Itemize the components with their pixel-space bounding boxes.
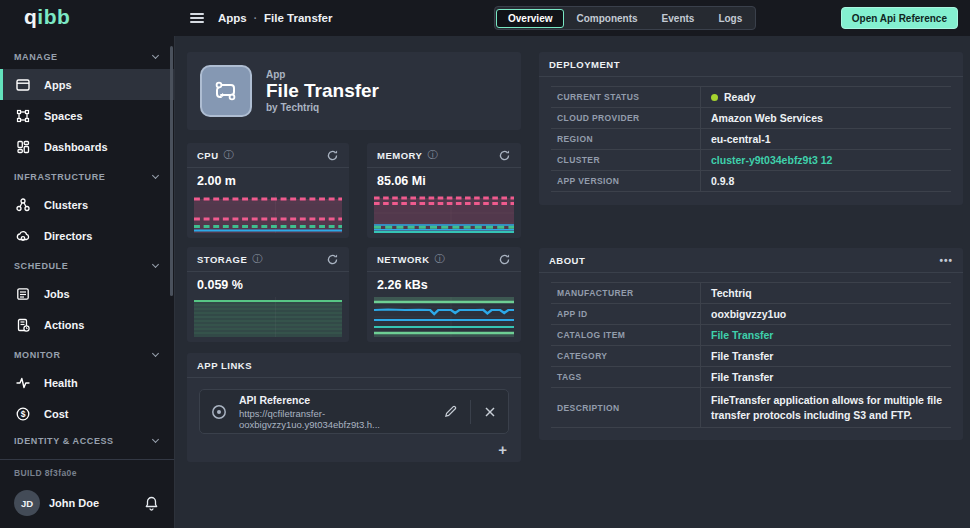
- qibb-logo[interactable]: qibb: [24, 5, 70, 29]
- breadcrumb: Apps · File Transfer: [218, 0, 332, 36]
- network-sparkline-chart: [374, 297, 514, 337]
- memory-title: MEMORY: [377, 150, 422, 161]
- directors-icon: [15, 228, 31, 244]
- app-links-title: APP LINKS: [197, 360, 252, 371]
- table-row: REGION eu-central-1: [551, 129, 951, 150]
- app-kicker: App: [266, 69, 379, 80]
- sidebar-item-dashboards[interactable]: Dashboards: [0, 131, 174, 162]
- main-content: App File Transfer by Techtriq CPUⓘ 2.00 …: [174, 36, 970, 528]
- dashboards-icon: [15, 139, 31, 155]
- cost-icon: $: [15, 406, 31, 422]
- cpu-value: 2.00 m: [197, 174, 236, 188]
- table-row: MANUFACTURER Techtriq: [551, 283, 951, 304]
- user-row: JD John Doe: [0, 484, 174, 528]
- hamburger-menu-icon[interactable]: [190, 17, 204, 19]
- deployment-table: CURRENT STATUS Ready CLOUD PROVIDER Amaz…: [551, 86, 951, 192]
- link-actions-divider: [470, 400, 471, 424]
- table-row: APP VERSION 0.9.8: [551, 171, 951, 192]
- sidebar-item-directors[interactable]: Directors: [0, 220, 174, 251]
- breadcrumb-apps[interactable]: Apps: [218, 12, 247, 24]
- chevron-down-icon: [152, 436, 159, 443]
- info-icon[interactable]: ⓘ: [427, 148, 438, 162]
- refresh-icon[interactable]: [498, 253, 511, 266]
- cluster-link[interactable]: cluster-y9t034ebfz9t3 12: [701, 151, 951, 169]
- chevron-down-icon: [152, 172, 159, 179]
- cpu-sparkline-chart: [194, 193, 342, 233]
- table-row: CLOUD PROVIDER Amazon Web Services: [551, 108, 951, 129]
- sidebar-item-apps[interactable]: Apps: [0, 69, 174, 100]
- breadcrumb-separator: ·: [254, 13, 257, 24]
- link-target-icon: [210, 403, 228, 421]
- info-icon[interactable]: ⓘ: [224, 148, 235, 162]
- status-dot: [711, 94, 718, 101]
- notifications-bell-icon[interactable]: [143, 495, 160, 512]
- open-api-reference-button[interactable]: Open Api Reference: [841, 7, 958, 29]
- user-name: John Doe: [49, 497, 99, 509]
- actions-icon: [15, 317, 31, 333]
- file-transfer-app-icon: [200, 65, 252, 117]
- chevron-down-icon: [152, 261, 159, 268]
- app-link-row[interactable]: API Reference https://qcfiletransfer-oox…: [199, 389, 509, 434]
- refresh-icon[interactable]: [326, 253, 339, 266]
- tab-components[interactable]: Components: [564, 9, 649, 28]
- deployment-title: DEPLOYMENT: [549, 59, 620, 70]
- page-title: File Transfer: [266, 80, 379, 102]
- sidebar-item-clusters[interactable]: Clusters: [0, 189, 174, 220]
- avatar[interactable]: JD: [14, 490, 40, 516]
- memory-sparkline-chart: [374, 193, 514, 233]
- chevron-down-icon: [152, 52, 159, 59]
- status-badge: Ready: [724, 91, 756, 103]
- storage-value: 0.059 %: [197, 278, 243, 292]
- app-links-card: APP LINKS API Reference https://qcfiletr…: [187, 353, 521, 462]
- delete-link-button[interactable]: [482, 404, 498, 420]
- more-options-icon[interactable]: •••: [939, 255, 953, 266]
- build-label: BUILD 8f3fa0e: [0, 466, 174, 484]
- chevron-down-icon: [152, 350, 159, 357]
- svg-text:$: $: [21, 409, 26, 419]
- sidebar-item-spaces[interactable]: Spaces: [0, 100, 174, 131]
- sidebar-item-cost[interactable]: $ Cost: [0, 398, 174, 429]
- breadcrumb-file-transfer: File Transfer: [264, 12, 332, 24]
- sidebar: MANAGE Apps Spaces Dashboards INFRASTRUC…: [0, 36, 174, 528]
- tab-logs[interactable]: Logs: [706, 9, 754, 28]
- app-byline: by Techtriq: [266, 102, 379, 113]
- table-row: DESCRIPTION FileTransfer application all…: [551, 388, 951, 428]
- sidebar-item-jobs[interactable]: Jobs: [0, 278, 174, 309]
- table-row: APP ID ooxbigvzzy1uo: [551, 304, 951, 325]
- refresh-icon[interactable]: [498, 149, 511, 162]
- spaces-icon: [15, 108, 31, 124]
- add-link-button[interactable]: +: [498, 441, 507, 458]
- app-header-text: App File Transfer by Techtriq: [266, 69, 379, 113]
- memory-value: 85.06 Mi: [377, 174, 426, 188]
- sidebar-scrollbar[interactable]: [170, 46, 173, 296]
- tab-events[interactable]: Events: [650, 9, 707, 28]
- cpu-metric-card: CPUⓘ 2.00 m: [187, 143, 349, 238]
- sidebar-section-schedule[interactable]: SCHEDULE: [0, 254, 174, 278]
- sidebar-item-actions[interactable]: Actions: [0, 309, 174, 340]
- table-row: CURRENT STATUS Ready: [551, 87, 951, 108]
- health-icon: [15, 375, 31, 391]
- sidebar-section-monitor[interactable]: MONITOR: [0, 343, 174, 367]
- sidebar-footer: BUILD 8f3fa0e JD John Doe: [0, 453, 174, 528]
- cpu-title: CPU: [197, 150, 219, 161]
- storage-sparkline-chart: [194, 297, 342, 337]
- table-row: CLUSTER cluster-y9t034ebfz9t3 12: [551, 150, 951, 171]
- sidebar-item-health[interactable]: Health: [0, 367, 174, 398]
- tab-overview[interactable]: Overview: [496, 9, 564, 28]
- edit-link-button[interactable]: [442, 403, 459, 420]
- sidebar-divider: [0, 459, 174, 460]
- network-value: 2.26 kBs: [377, 278, 428, 292]
- app-link-name: API Reference: [239, 394, 431, 406]
- top-bar: qibb Apps · File Transfer Overview Compo…: [0, 0, 970, 36]
- jobs-icon: [15, 286, 31, 302]
- sidebar-section-manage[interactable]: MANAGE: [0, 45, 174, 69]
- storage-title: STORAGE: [197, 254, 247, 265]
- info-icon[interactable]: ⓘ: [252, 252, 263, 266]
- catalog-item-link[interactable]: File Transfer: [701, 326, 951, 344]
- sidebar-section-identity-access[interactable]: IDENTITY & ACCESS: [0, 429, 174, 453]
- sidebar-section-infrastructure[interactable]: INFRASTRUCTURE: [0, 165, 174, 189]
- refresh-icon[interactable]: [326, 149, 339, 162]
- info-icon[interactable]: ⓘ: [435, 252, 446, 266]
- table-row: CATALOG ITEM File Transfer: [551, 325, 951, 346]
- app-link-url[interactable]: https://qcfiletransfer-ooxbigvzzy1uo.y9t…: [239, 408, 431, 430]
